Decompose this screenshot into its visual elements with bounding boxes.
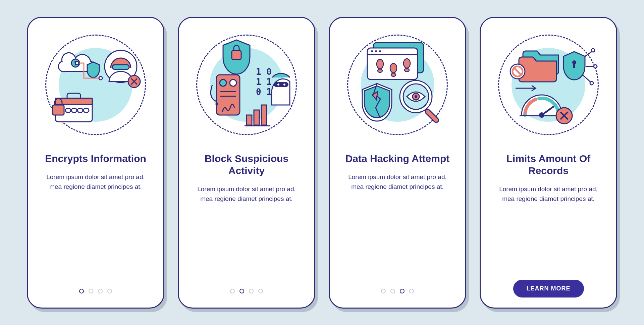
card-title: Encrypts Information — [45, 153, 146, 165]
learn-more-button[interactable]: LEARN MORE — [513, 280, 584, 297]
svg-point-63 — [590, 82, 593, 85]
svg-rect-15 — [71, 108, 77, 112]
svg-point-50 — [415, 95, 417, 98]
data-hacking-icon — [344, 31, 451, 139]
card-title: Limits Amount Of Records — [493, 153, 603, 177]
encrypts-icon — [42, 31, 149, 139]
svg-rect-14 — [65, 108, 71, 112]
page-indicator — [230, 289, 263, 293]
svg-rect-31 — [254, 110, 259, 125]
pager-dot[interactable] — [258, 289, 263, 293]
svg-rect-4 — [112, 65, 129, 69]
svg-point-59 — [591, 49, 595, 52]
phone-card-1: Encrypts Information Lorem ipsum dolor s… — [27, 17, 164, 309]
pager-dot[interactable] — [390, 289, 395, 293]
svg-point-61 — [594, 65, 597, 68]
block-suspicious-icon: 1 0 1 1 0 1 — [193, 31, 300, 139]
limits-records-icon — [495, 31, 602, 139]
phone-card-2: 1 0 1 1 0 1 — [178, 17, 315, 309]
svg-point-20 — [220, 79, 226, 86]
svg-point-43 — [391, 73, 396, 76]
pager-dot[interactable] — [89, 289, 93, 293]
pager-dot[interactable] — [249, 289, 254, 293]
page-indicator — [79, 289, 112, 293]
pager-dot[interactable] — [79, 289, 84, 293]
pager-dot[interactable] — [381, 289, 386, 293]
svg-line-58 — [585, 52, 592, 56]
svg-point-39 — [379, 50, 381, 52]
svg-rect-51 — [424, 108, 439, 123]
pager-dot[interactable] — [107, 289, 112, 293]
svg-rect-18 — [232, 51, 241, 59]
svg-point-21 — [230, 79, 236, 86]
svg-line-62 — [583, 75, 590, 82]
pager-dot[interactable] — [239, 289, 244, 293]
phone-card-4: Limits Amount Of Records Lorem ipsum dol… — [480, 17, 617, 309]
pager-dot[interactable] — [98, 289, 103, 293]
svg-rect-17 — [84, 108, 89, 112]
card-title: Block Suspicious Activity — [192, 153, 302, 177]
svg-point-28 — [277, 84, 279, 86]
svg-rect-32 — [261, 105, 267, 125]
svg-point-9 — [99, 76, 102, 80]
svg-point-29 — [283, 84, 285, 86]
svg-point-8 — [75, 61, 79, 65]
svg-point-38 — [375, 50, 377, 52]
card-title: Data Hacking Attempt — [345, 153, 450, 165]
svg-rect-27 — [274, 82, 288, 87]
svg-rect-57 — [573, 64, 575, 68]
card-description: Lorem ipsum dolor sit amet pro ad, mea r… — [188, 184, 305, 289]
svg-point-40 — [377, 59, 383, 69]
svg-rect-13 — [53, 105, 64, 115]
onboarding-stage: Encrypts Information Lorem ipsum dolor s… — [27, 17, 617, 309]
card-description: Lorem ipsum dolor sit amet pro ad, mea r… — [490, 184, 607, 280]
svg-point-45 — [405, 68, 409, 72]
pager-dot[interactable] — [409, 289, 414, 293]
svg-text:1 1: 1 1 — [256, 77, 272, 87]
svg-text:1 0: 1 0 — [256, 67, 272, 77]
svg-point-44 — [404, 59, 410, 68]
page-indicator — [381, 289, 414, 293]
svg-rect-30 — [247, 115, 252, 125]
svg-point-41 — [378, 69, 382, 72]
svg-text:0 1: 0 1 — [256, 87, 272, 97]
pager-dot[interactable] — [230, 289, 235, 293]
svg-point-42 — [390, 63, 397, 73]
card-description: Lorem ipsum dolor sit amet pro ad, mea r… — [37, 172, 154, 289]
pager-dot[interactable] — [400, 289, 405, 293]
card-description: Lorem ipsum dolor sit amet pro ad, mea r… — [339, 172, 456, 289]
svg-point-37 — [371, 50, 373, 52]
svg-rect-16 — [77, 108, 83, 112]
phone-card-3: Data Hacking Attempt Lorem ipsum dolor s… — [329, 17, 466, 309]
